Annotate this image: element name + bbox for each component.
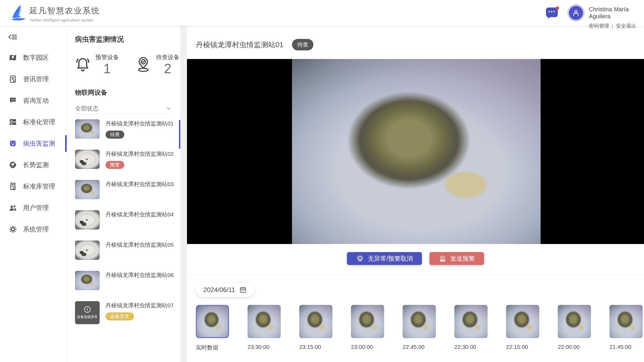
error-icon: ! [84,306,91,313]
users-icon [9,204,17,212]
timeline-thumbnail [403,305,436,338]
timeline-label: 23:30:00 [248,344,281,350]
timeline-item[interactable]: 22:45:00 [403,305,436,351]
sidebar-item-user-management[interactable]: 用户管理 [0,197,67,219]
archive-icon [9,118,17,126]
cancel-alert-button[interactable]: 无异常/预警取消 [347,252,422,265]
status-badge: 待查 [106,131,124,139]
device-row-03[interactable]: 丹棱镇龙潭村虫情监测站03 [75,180,178,210]
device-name: 丹棱镇龙潭村虫情监测站03 [106,180,174,188]
device-thumbnail [75,271,100,290]
device-name: 丹棱镇龙潭村虫情监测站01 [106,120,174,127]
device-name: 丹棱镇龙潭村虫情监测站05 [106,241,174,249]
calendar-icon [239,286,247,294]
sidebar-item-label: 用户管理 [23,204,49,212]
notification-dot [556,6,559,10]
timeline-label: 23:15:00 [299,344,332,350]
status-filter-value: 全部状态 [75,105,99,113]
device-error-thumbnail: ! 设备连接异常 [75,301,100,324]
date-value: 2024/06/11 [203,286,235,294]
timeline-label: 23:00:00 [351,344,384,350]
sidebar-item-news[interactable]: 资讯管理 [0,68,67,90]
chevron-down-icon [166,106,171,112]
gear-icon [9,225,17,234]
device-list: 丹棱镇龙潭村虫情监测站01 待查 丹棱镇龙潭村虫情监测站02 预警 丹棱镇龙潭村… [75,119,178,331]
siren-icon [439,254,447,263]
timeline-item[interactable]: 22:00:00 [558,305,591,351]
sidebar-item-standardization[interactable]: 标准化管理 [0,111,67,133]
stat-label: 待查设备 [156,53,179,61]
stat-alert-devices: 预警设备 1 [75,53,119,75]
timeline-thumbnail [609,305,643,338]
timeline-item[interactable]: 23:15:00 [299,305,332,351]
timeline-item[interactable]: 22:30:00 [454,305,488,351]
timeline-thumbnail [454,305,488,338]
divider [187,275,644,275]
avatar[interactable] [567,4,585,21]
link-separator: | [612,23,613,29]
date-picker[interactable]: 2024/06/11 [196,283,254,297]
user-name: Christina María Aguilera [589,6,644,20]
chat-icon [9,96,17,105]
timeline-thumbnail [506,305,539,338]
collapse-sidebar-button[interactable] [8,33,17,41]
station-title: 丹棱镇龙潭村虫情监测站01 [196,40,283,50]
app-logo-icon [10,4,27,22]
sidebar-item-pest-monitoring[interactable]: 病虫害监测 [0,133,67,154]
stats-row: 预警设备 1 待查设备 2 [75,53,179,75]
cancel-alert-label: 无异常/预警取消 [368,254,413,263]
sidebar-item-digital-park[interactable]: 数字园区 [0,47,67,68]
device-row-02[interactable]: 丹棱镇龙潭村虫情监测站02 预警 [75,150,178,180]
password-manage-link[interactable]: 密码管理 [589,23,609,29]
timeline-thumbnail [248,305,281,338]
device-panel: 病虫害监测情况 预警设备 1 待查设备 2 [67,26,180,362]
status-badge: 设备异常 [106,312,134,320]
bell-icon [75,56,91,73]
stat-label: 预警设备 [95,53,119,61]
device-row-06[interactable]: 丹棱镇龙潭村虫情监测站06 [75,271,178,301]
device-row-04[interactable]: 丹棱镇龙潭村虫情监测站04 [75,210,178,241]
timeline-label: 21:45:00 [609,344,643,350]
timeline-label: 22:15:00 [506,344,539,350]
sidebar-item-standard-library[interactable]: 标准库管理 [0,176,67,197]
sidebar-item-label: 咨询互动 [23,96,49,105]
iot-section-title: 物联网设备 [75,88,107,97]
timeline-item-live[interactable]: 实时数据 [196,305,229,351]
sidebar-item-label: 病虫害监测 [23,139,55,148]
list-scrollbar-thumb[interactable] [179,120,180,149]
sidebar-item-label: 标准库管理 [23,182,55,191]
device-name: 丹棱镇龙潭村虫情监测站02 [106,150,174,158]
station-status-badge: 待查 [292,39,313,50]
sidebar-item-consult[interactable]: 咨询互动 [0,90,67,111]
timeline-label: 22:30:00 [454,344,488,350]
send-alert-button[interactable]: 发送预警 [429,252,484,265]
device-error-text: 设备连接异常 [77,315,98,319]
messages-button[interactable] [546,8,558,19]
device-row-01[interactable]: 丹棱镇龙潭村虫情监测站01 待查 [75,119,178,150]
sidebar-item-growth-monitoring[interactable]: 长势监测 [0,154,67,176]
send-alert-label: 发送预警 [450,254,475,263]
device-name: 丹棱镇龙潭村虫情监测站07 [106,302,174,309]
device-thumbnail [75,150,100,169]
timeline-label: 22:45:00 [403,344,436,350]
device-row-07[interactable]: ! 设备连接异常 丹棱镇龙潭村虫情监测站07 设备异常 [75,301,178,331]
growth-icon [9,161,17,169]
device-name: 丹棱镇龙潭村虫情监测站04 [106,211,174,218]
timeline-item[interactable]: 23:00:00 [351,305,384,351]
sidebar-item-label: 数字园区 [23,53,49,62]
device-row-05[interactable]: 丹棱镇龙潭村虫情监测站05 [75,241,178,271]
stat-value: 1 [103,62,111,75]
sidebar-item-system-management[interactable]: 系统管理 [0,219,67,240]
sidebar-item-label: 系统管理 [23,225,49,234]
device-thumbnail [75,241,100,260]
timeline-item[interactable]: 21:45:00 [609,305,643,351]
logout-link[interactable]: 安全退出 [616,23,636,29]
timeline-item[interactable]: 23:30:00 [248,305,281,351]
timeline-label: 22:00:00 [558,344,591,350]
timeline-item[interactable]: 22:15:00 [506,305,539,351]
status-filter-dropdown[interactable]: 全部状态 [75,103,171,114]
sidebar-item-label: 标准化管理 [23,118,55,126]
sidebar-item-label: 资讯管理 [23,75,49,83]
device-thumbnail [75,210,100,230]
device-thumbnail [75,119,100,139]
